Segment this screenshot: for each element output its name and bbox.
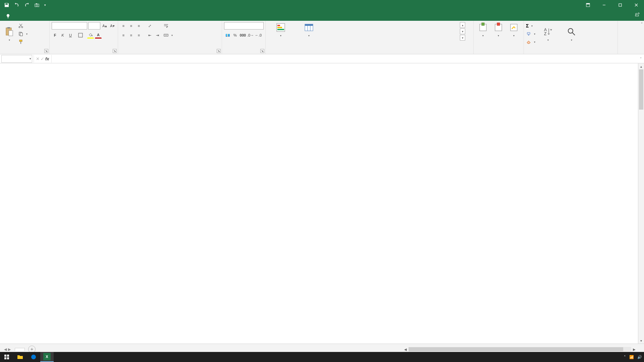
enter-formula-icon: ✓ [41,56,44,61]
format-painter-button[interactable] [18,38,28,46]
merge-icon [163,33,169,38]
column-headers[interactable] [12,63,644,72]
delete-cells-button[interactable]: ▾ [491,22,506,37]
edge-icon [31,354,36,360]
decrease-decimal-icon[interactable]: ←.0 [255,32,262,39]
share-button[interactable] [635,12,641,17]
sheet-tab-active[interactable] [15,348,25,351]
align-right-icon[interactable]: ≡ [136,32,142,39]
nav-next-icon[interactable]: ▶ [8,347,11,352]
decrease-font-icon[interactable]: A▾ [109,22,116,29]
cell-styles-gallery[interactable] [324,22,459,40]
collapse-ribbon-icon[interactable]: ˅ [641,22,643,26]
horizontal-scrollbar[interactable]: ◀ ▶ [402,347,637,352]
font-launcher-icon[interactable]: ⬊ [113,49,117,53]
font-name-combo[interactable] [52,22,87,29]
insert-cells-button[interactable]: ▾ [476,22,490,37]
number-launcher-icon[interactable]: ⬊ [260,49,264,53]
find-select-button[interactable]: ▾ [561,22,582,46]
vscroll-thumb[interactable] [639,69,643,110]
font-size-combo[interactable] [88,22,100,29]
row-headers[interactable] [0,63,12,344]
merge-center-button[interactable]: ▾ [163,32,173,39]
sheet-nav[interactable]: ◀▶ [0,347,15,352]
increase-decimal-icon[interactable]: .0→ [247,32,254,39]
fill-color-button[interactable] [87,32,94,39]
increase-font-icon[interactable]: A▴ [101,22,108,29]
accounting-format-icon[interactable]: 💶 [224,32,231,39]
alignment-launcher-icon[interactable]: ⬊ [217,49,221,53]
font-color-button[interactable]: A [95,32,102,39]
autosum-button[interactable]: Σ▾ [526,22,535,29]
wrap-text-button[interactable] [163,22,173,29]
scroll-down-icon[interactable]: ▾ [638,338,644,344]
format-as-table-button[interactable]: ▾ [296,22,322,37]
tell-me-search[interactable] [2,11,16,21]
cancel-formula-icon: ✕ [36,56,40,61]
increase-indent-icon[interactable]: ⇥ [154,32,161,39]
camera-icon[interactable] [33,1,41,9]
svg-rect-12 [7,27,10,28]
close-icon[interactable] [629,0,644,10]
group-styles: ▾ ▾ ▴ ▾ ▾ [266,21,474,54]
svg-line-16 [20,24,22,26]
start-button[interactable] [0,352,13,362]
tray-volume-icon[interactable]: 🔊 [637,355,642,359]
file-explorer-taskbar[interactable] [13,352,27,362]
svg-rect-2 [36,3,37,4]
ribbon-display-icon[interactable] [580,0,596,10]
save-icon[interactable] [3,1,11,9]
underline-button[interactable]: U [67,32,74,39]
spreadsheet-grid[interactable] [0,63,644,344]
italic-button[interactable]: K [59,32,66,39]
svg-rect-21 [20,42,21,44]
qat-customize-icon[interactable]: ▾ [43,1,47,9]
border-button[interactable] [77,32,84,39]
percent-format-icon[interactable]: % [232,32,238,39]
fx-icon[interactable]: fx [45,56,49,61]
gallery-up-icon[interactable]: ▴ [460,22,465,28]
align-middle-icon[interactable]: ≡ [128,22,135,29]
nav-prev-icon[interactable]: ◀ [4,347,7,352]
format-cells-button[interactable]: ▾ [506,22,521,37]
number-format-combo[interactable] [224,22,264,29]
bold-button[interactable]: F [52,32,58,39]
tray-chevron-icon[interactable]: ˄ [624,355,626,359]
windows-icon [4,354,9,360]
cut-button[interactable] [18,22,28,29]
name-box[interactable]: ▾ [1,55,32,63]
fill-button[interactable]: ▾ [526,30,535,38]
edge-taskbar[interactable] [27,352,40,362]
align-top-icon[interactable]: ≡ [120,22,127,29]
copy-button[interactable]: ▾ [18,30,28,38]
decrease-indent-icon[interactable]: ⇤ [146,32,153,39]
paste-button[interactable]: ▾ [2,22,17,46]
maximize-icon[interactable] [612,0,628,10]
sort-filter-button[interactable]: AZ▾ [537,22,559,46]
tray-network-icon[interactable]: 📶 [629,355,634,359]
gallery-down-icon[interactable]: ▾ [460,28,465,34]
clear-button[interactable]: ▾ [526,38,535,46]
scroll-up-icon[interactable]: ▴ [638,63,644,69]
comma-format-icon[interactable]: 000 [239,32,246,39]
align-left-icon[interactable]: ≡ [120,32,127,39]
undo-icon[interactable] [13,1,21,9]
system-tray[interactable]: ˄ 📶 🔊 [624,355,642,359]
expand-formula-bar-icon[interactable]: ˅ [637,57,644,61]
svg-line-43 [572,33,575,35]
align-bottom-icon[interactable]: ≡ [136,22,142,29]
clipboard-launcher-icon[interactable]: ⬊ [44,49,48,53]
vertical-scrollbar[interactable]: ▴ ▾ [638,63,644,344]
conditional-formatting-button[interactable]: ▾ [268,22,294,37]
hscroll-left-icon[interactable]: ◀ [402,347,409,352]
minimize-icon[interactable] [596,0,612,10]
hscroll-right-icon[interactable]: ▶ [631,347,637,352]
align-center-icon[interactable]: ≡ [128,32,135,39]
redo-icon[interactable] [23,1,31,9]
excel-taskbar[interactable]: X [40,352,54,362]
gallery-more-icon[interactable]: ▾ [460,35,465,41]
namebox-dropdown-icon[interactable]: ▾ [30,57,31,60]
hscroll-thumb[interactable] [409,347,623,351]
bulb-icon [5,13,11,19]
orientation-icon[interactable]: ⤢ [146,22,153,29]
